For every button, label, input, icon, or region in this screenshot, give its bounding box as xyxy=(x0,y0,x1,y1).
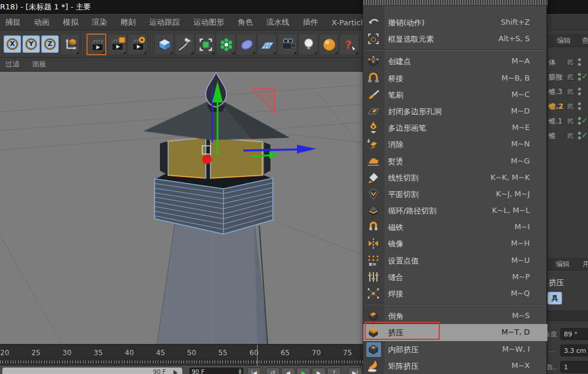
viewport[interactable] xyxy=(0,72,363,344)
visibility-dots-icon[interactable] xyxy=(578,117,581,125)
menubar-item-4[interactable]: 雕刻 xyxy=(121,17,136,28)
menubar-item-5[interactable]: 运动跟踪 xyxy=(149,17,180,28)
object-manager-view-menu[interactable]: 查 xyxy=(582,36,588,46)
enabled-check-icon[interactable]: ✓ xyxy=(582,131,588,139)
render-view-button[interactable] xyxy=(86,34,106,55)
spinner-icon[interactable]: ▲▼ xyxy=(239,368,242,374)
menu-item-line-cut[interactable]: 线性切割K~K, M~K xyxy=(363,169,547,186)
menubar-item-9[interactable]: 插件 xyxy=(303,17,318,28)
menubar-item-2[interactable]: 模拟 xyxy=(63,17,78,28)
menu-item-frame-selected[interactable]: 框显选取元素Alt+S, S xyxy=(363,31,547,47)
attribute-user-menu[interactable]: 用 xyxy=(583,259,588,269)
spline-pen-button[interactable] xyxy=(175,34,195,55)
object-row[interactable]: 锥.2 xyxy=(547,99,588,114)
texture-toggle-icon[interactable] xyxy=(567,74,574,81)
end-frame-field[interactable]: 90 F ▲▼ xyxy=(189,368,243,374)
enabled-check-icon[interactable]: ✓ xyxy=(582,72,588,81)
environment-button[interactable] xyxy=(257,34,277,55)
visibility-dots-icon[interactable] xyxy=(578,88,581,96)
viewport-menu-item-1[interactable]: 面板 xyxy=(32,59,46,69)
menu-item-shortcut: K~L, M~L xyxy=(492,206,530,215)
menu-item-close-polygon-hole[interactable]: 封闭多边形孔洞M~D xyxy=(363,103,547,119)
enabled-check-icon[interactable]: ✓ xyxy=(582,116,588,125)
object-name[interactable]: 膨胀 xyxy=(549,72,563,82)
timeline-slider[interactable]: 90 F xyxy=(2,368,182,374)
menu-item-matrix-extrude[interactable]: 矩阵挤压M~X xyxy=(363,358,547,374)
texture-toggle-icon[interactable] xyxy=(567,88,574,95)
context-menu-grip[interactable] xyxy=(363,0,547,6)
menubar-item-1[interactable]: 动画 xyxy=(34,17,49,28)
texture-toggle-icon[interactable] xyxy=(567,118,574,125)
menu-item-bridge[interactable]: 桥接M~B, B xyxy=(363,70,547,86)
step-back-button[interactable]: ◀ xyxy=(281,368,295,374)
visibility-dots-icon[interactable] xyxy=(578,73,581,81)
menu-item-brush[interactable]: 笔刷M~C xyxy=(363,86,547,103)
visibility-dots-icon[interactable] xyxy=(578,132,581,140)
menu-item-stitch[interactable]: 缝合M~P xyxy=(363,269,547,285)
fields-button[interactable] xyxy=(236,34,256,55)
object-name[interactable]: 锥.3 xyxy=(549,87,562,97)
object-manager-edit-menu[interactable]: 编辑 xyxy=(557,36,571,46)
object-row[interactable]: 膨胀✓ xyxy=(547,70,588,85)
render-settings-button[interactable] xyxy=(128,34,148,55)
attribute-value-field[interactable]: 3.3 cm xyxy=(560,345,588,356)
axis-lock-toggle-x[interactable]: X xyxy=(4,35,21,53)
menu-item-undo[interactable]: 撤销(动作)Shift+Z xyxy=(363,14,547,31)
render-picture-button[interactable] xyxy=(107,34,127,55)
menu-item-magnet[interactable]: 磁铁M~I xyxy=(363,219,547,235)
material-button[interactable] xyxy=(319,34,339,55)
go-to-start-button[interactable]: |◀ xyxy=(247,368,261,374)
object-name[interactable]: 锥 xyxy=(549,131,556,141)
light-button[interactable] xyxy=(298,34,318,55)
lighthouse-tower-body[interactable] xyxy=(157,220,268,344)
menubar-item-7[interactable]: 角色 xyxy=(238,17,253,28)
attribute-edit-menu[interactable]: 编辑 xyxy=(556,259,570,269)
deformers-button[interactable] xyxy=(216,34,236,55)
attribute-value-field[interactable]: 1 xyxy=(560,361,588,373)
menu-item-create-point[interactable]: 创建点M~A xyxy=(363,53,547,69)
axis-lock-button[interactable] xyxy=(60,34,80,55)
visibility-dots-icon[interactable] xyxy=(578,102,581,111)
menu-item-set-point-value[interactable]: x=设置点值M~U xyxy=(363,252,547,269)
axis-lock-toggle-y[interactable]: Y xyxy=(22,35,40,53)
step-forward-button[interactable]: ▶ xyxy=(312,368,326,374)
object-row[interactable]: 锥✓ xyxy=(547,129,588,143)
texture-toggle-icon[interactable] xyxy=(567,132,574,139)
object-name[interactable]: 体 xyxy=(549,58,556,68)
object-name[interactable]: 锥.1 xyxy=(549,116,562,126)
lighthouse-walls[interactable] xyxy=(160,138,270,179)
rotation-handle[interactable] xyxy=(252,88,275,113)
object-name[interactable]: 锥.2 xyxy=(549,102,563,112)
timeline-ruler[interactable]: 202530354045505560657075 xyxy=(0,344,363,366)
help-button[interactable]: ? xyxy=(339,34,359,55)
menu-item-iron[interactable]: 熨烫M~G xyxy=(363,153,547,169)
sound-button[interactable]: ? xyxy=(327,368,341,374)
menubar-item-0[interactable]: 捕捉 xyxy=(5,17,21,28)
go-to-end-button[interactable]: ▶| xyxy=(348,368,362,374)
primitive-cube-button[interactable] xyxy=(154,34,174,55)
play-button[interactable]: ▶ xyxy=(296,368,310,374)
menubar-item-6[interactable]: 运动图形 xyxy=(193,17,224,28)
viewport-menu-item-0[interactable]: 过滤 xyxy=(5,59,19,69)
axis-lock-toggle-z[interactable]: Z xyxy=(41,35,59,53)
object-row[interactable]: 锥.1✓ xyxy=(547,114,588,129)
visibility-dots-icon[interactable] xyxy=(578,58,581,66)
menu-item-dissolve[interactable]: 消除M~N xyxy=(363,136,547,152)
menu-item-mirror[interactable]: 镜像M~H xyxy=(363,235,547,252)
menu-item-loop-cut[interactable]: 循环/路径切割K~L, M~L xyxy=(363,202,547,219)
texture-toggle-icon[interactable] xyxy=(567,103,574,110)
attribute-value-field[interactable]: 89 ° xyxy=(560,328,588,340)
tool-options-tab[interactable]: 具 xyxy=(547,292,562,305)
menu-item-polygon-pen[interactable]: 多边形画笔M~E xyxy=(363,119,547,136)
menu-item-plane-cut[interactable]: 平面切割K~J, M~J xyxy=(363,186,547,202)
menubar-item-3[interactable]: 渲染 xyxy=(92,17,107,28)
texture-toggle-icon[interactable] xyxy=(567,59,574,66)
loop-button[interactable]: ↺ xyxy=(266,368,280,374)
menu-item-extrude-inner[interactable]: 内部挤压M~W, I xyxy=(363,341,547,358)
menubar-item-8[interactable]: 流水线 xyxy=(266,17,289,28)
generators-button[interactable] xyxy=(195,34,215,55)
menu-item-weld[interactable]: 焊接M~Q xyxy=(363,285,547,302)
camera-button[interactable] xyxy=(278,34,298,55)
object-row[interactable]: 体 xyxy=(547,55,588,70)
object-row[interactable]: 锥.3 xyxy=(547,85,588,99)
